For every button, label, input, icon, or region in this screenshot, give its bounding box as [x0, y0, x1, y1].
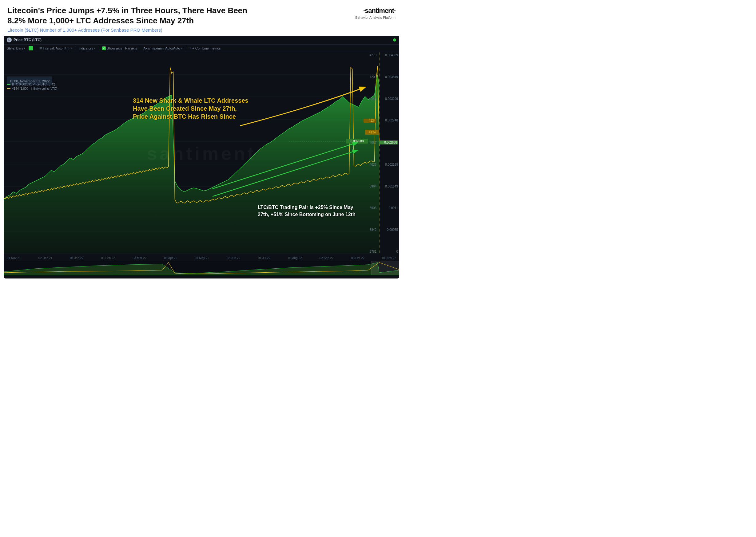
chart-legend: BTC 0.002691 Price BTC (LTC) 4144 [1,000… [7, 83, 57, 91]
show-axis-checkbox: ✓ [102, 46, 106, 50]
axis-minmax-chevron: ▾ [181, 47, 183, 50]
xaxis-label-10: 02 Sep 22 [320, 256, 334, 260]
ltc-axis-9: 3781 [364, 250, 377, 253]
legend-btc-item: BTC 0.002691 Price BTC (LTC) [7, 83, 57, 86]
xaxis-label-3: 01 Feb 22 [101, 256, 115, 260]
status-dot [393, 38, 396, 41]
chart-container: L Price BTC (LTC) ⋯ Style: Bars ▾ ⊞ Inte… [4, 36, 399, 278]
xaxis-label-1: 02 Dec 21 [38, 256, 53, 260]
xaxis-container: 01 Nov 21 02 Dec 21 01 Jan 22 01 Feb 22 … [4, 255, 399, 261]
chart-toolbar: Style: Bars ▾ ⊞ Interval: Auto (4h) ▾ In… [4, 45, 399, 52]
toolbar-sep-5 [186, 46, 186, 50]
ltc-axis-8: 3842 [364, 228, 377, 231]
page-header: Litecoin's Price Jumps +7.5% in Three Ho… [0, 0, 403, 36]
page-container: Litecoin's Price Jumps +7.5% in Three Ho… [0, 0, 403, 278]
ltc-icon: L [7, 37, 12, 42]
ltc-axis-3: 4148 [364, 97, 377, 101]
axis-minmax-selector[interactable]: Axis max/min: Auto/Auto ▾ [143, 46, 182, 50]
pin-axis-toggle[interactable]: Pin axis [125, 46, 137, 50]
legend-btc-label: BTC 0.002691 Price BTC (LTC) [12, 83, 55, 86]
mini-overview-chart [4, 261, 399, 275]
header-left: Litecoin's Price Jumps +7.5% in Three Ho… [7, 6, 260, 33]
axis-label-4: 0.002748 [379, 119, 398, 122]
svg-text:0.002688: 0.002688 [350, 140, 364, 143]
toolbar-sep-4 [140, 46, 140, 50]
interval-chevron: ▾ [70, 47, 72, 50]
interval-selector[interactable]: ⊞ Interval: Auto (4h) ▾ [39, 46, 72, 50]
axis-label-7: 0.0011 [379, 206, 398, 210]
xaxis-label-8: 01 Jul 22 [258, 256, 271, 260]
ltc-axis-6: 3964 [364, 185, 377, 188]
more-options-icon[interactable]: ⋯ [45, 37, 49, 42]
ltc-axis-4: 4087 [364, 141, 377, 145]
combine-plus-icon: + [189, 46, 192, 50]
legend-ltc-item: 4144 [1,000 - infinity) coins (LTC) [7, 87, 57, 90]
xaxis-label-11: 03 Oct 22 [351, 256, 365, 260]
header-right: ·santiment· Behavior Analysis Platform [355, 6, 395, 20]
ltc-axis-5: 4026 [364, 163, 377, 166]
combine-metrics-button[interactable]: + + Combine metrics [189, 46, 221, 50]
page-subtitle: Litecoin ($LTC) Number of 1,000+ Address… [7, 27, 260, 33]
toolbar-sep-3 [99, 46, 99, 50]
style-chevron: ▾ [24, 47, 25, 50]
svg-rect-15 [371, 261, 399, 275]
xaxis-label-2: 01 Jan 22 [70, 256, 84, 260]
toolbar-sep-2 [75, 46, 75, 50]
chart-svg: 0.002688 4134 [4, 52, 399, 255]
xaxis-label-5: 03 Apr 22 [164, 256, 177, 260]
axis-label-1: 0.004399 [379, 54, 398, 57]
right-axis-2: 4270 4209 4148 4134 4087 4026 3964 3903 … [362, 52, 378, 255]
chart-title: Price BTC (LTC) [14, 38, 41, 42]
xaxis-label-4: 03 Mar 22 [133, 256, 146, 260]
shark-whale-annotation: 314 New Shark & Whale LTC Addresses Have… [133, 97, 250, 120]
page-title: Litecoin's Price Jumps +7.5% in Three Ho… [7, 6, 260, 25]
indicators-chevron: ▾ [94, 47, 96, 50]
axis-label-2: 0.003849 [379, 75, 398, 79]
ltc-axis-2: 4209 [364, 75, 377, 79]
right-axis: 0.004399 0.003849 0.003299 0.002748 0.00… [378, 52, 399, 255]
axis-label-8: 0.00055 [379, 228, 398, 231]
show-axis-toggle[interactable]: ✓ Show axis [102, 46, 122, 50]
ltc-axis-1: 4270 [364, 54, 377, 57]
indicators-selector[interactable]: Indicators ▾ [78, 46, 96, 50]
xaxis-label-0: 01 Nov 21 [7, 256, 21, 260]
xaxis-label-6: 01 May 22 [195, 256, 209, 260]
xaxis-label-7: 03 Jun 22 [227, 256, 240, 260]
color-box[interactable] [28, 46, 33, 50]
santiment-logo: ·santiment· [363, 7, 395, 15]
chart-topbar: L Price BTC (LTC) ⋯ [4, 36, 399, 45]
xaxis-label-9: 03 Aug 22 [288, 256, 302, 260]
legend-ltc-label: 4144 [1,000 - infinity) coins (LTC) [12, 87, 57, 90]
axis-label-highlight: 0.002688 [379, 141, 398, 145]
axis-label-6: 0.001649 [379, 185, 398, 188]
ltc-axis-highlight: 4134 [364, 119, 377, 123]
btc-color-swatch [7, 84, 11, 85]
style-selector[interactable]: Style: Bars ▾ [7, 46, 25, 50]
ltc-axis-7: 3903 [364, 206, 377, 210]
chart-area: santiment 13:00, November 01, 2022 BTC 0… [4, 52, 399, 255]
santiment-tagline: Behavior Analysis Platform [355, 16, 395, 20]
xaxis-label-12: 01 Nov 22 [382, 256, 396, 260]
axis-label-9: 0 [379, 250, 398, 253]
toolbar-sep-1 [36, 46, 36, 50]
ltc-color-swatch [7, 88, 11, 89]
trading-pair-annotation: LTC/BTC Trading Pair is +25% Since May 2… [258, 204, 356, 218]
axis-label-3: 0.003299 [379, 97, 398, 101]
axis-label-5: 0.002189 [379, 163, 398, 166]
